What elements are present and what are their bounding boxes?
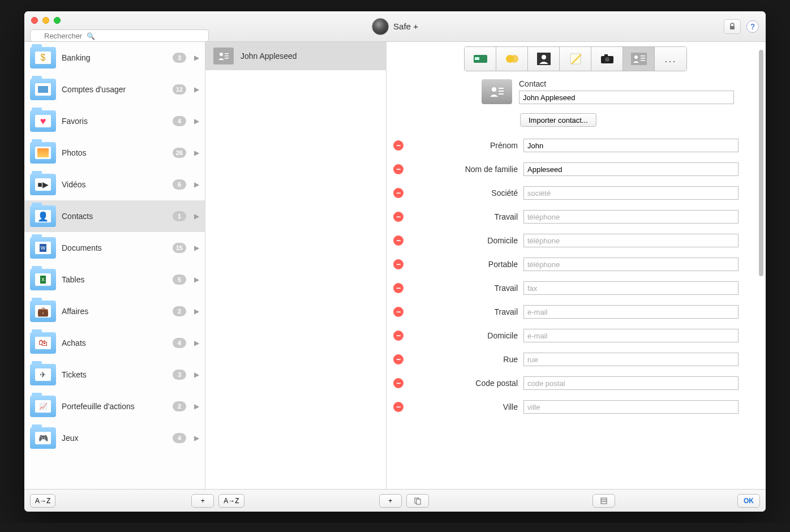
shopping-icon: 🛍	[35, 337, 51, 349]
sidebar-item-portefeuille-d-actions[interactable]: 📈Portefeuille d'actions2▶	[24, 391, 205, 422]
sidebar-item-banking[interactable]: $Banking3▶	[24, 42, 205, 74]
remove-field-button[interactable]: −	[393, 283, 403, 293]
copy-button[interactable]	[406, 494, 429, 508]
type-tab-camera[interactable]	[591, 47, 623, 71]
field-input[interactable]	[523, 139, 739, 152]
sidebar-item-contacts[interactable]: 👤Contacts1▶	[24, 200, 205, 232]
type-tab-more[interactable]: ...	[655, 47, 686, 71]
type-tab-contact[interactable]	[623, 47, 655, 71]
sort-categories-button[interactable]: A→Z	[30, 494, 55, 508]
sidebar-item-vid-os[interactable]: ■▶Vidéos6▶	[24, 169, 205, 200]
folder-icon: 🛍	[30, 332, 56, 354]
remove-field-button[interactable]: −	[393, 188, 403, 198]
field-input[interactable]	[523, 400, 739, 414]
help-button[interactable]: ?	[746, 20, 759, 33]
video-icon: ■▶	[35, 178, 51, 191]
remove-field-button[interactable]: −	[393, 354, 403, 364]
chevron-right-icon: ▶	[194, 402, 199, 410]
svg-rect-19	[641, 58, 645, 59]
field-input[interactable]	[523, 353, 739, 366]
remove-field-button[interactable]: −	[393, 378, 403, 388]
zoom-window-button[interactable]	[54, 17, 61, 24]
add-entry-button[interactable]: +	[379, 494, 402, 508]
count-badge: 12	[173, 84, 186, 95]
category-sidebar[interactable]: $Banking3▶Comptes d'usager12▶♥Favoris4▶P…	[24, 42, 205, 489]
svg-rect-3	[225, 55, 229, 57]
field-row: −Travail	[391, 205, 758, 229]
contact-icon	[482, 79, 512, 104]
close-window-button[interactable]	[31, 17, 38, 24]
detail-scrollbar[interactable]	[759, 50, 763, 489]
table-icon: X	[35, 273, 51, 286]
sidebar-item-photos[interactable]: Photos26▶	[24, 137, 205, 169]
type-tab-money[interactable]	[496, 47, 528, 71]
svg-point-21	[492, 87, 496, 92]
add-category-button[interactable]: +	[191, 494, 214, 508]
remove-field-button[interactable]: −	[393, 164, 403, 174]
field-input[interactable]	[523, 210, 739, 224]
sort-entries-button[interactable]: A→Z	[218, 494, 244, 508]
count-badge: 5	[173, 274, 186, 285]
chevron-right-icon: ▶	[194, 212, 199, 220]
field-input[interactable]	[523, 258, 739, 271]
folder-icon	[30, 79, 56, 100]
field-row: −Code postal	[391, 371, 758, 395]
field-input[interactable]	[523, 162, 739, 176]
field-input[interactable]	[523, 186, 739, 200]
type-tab-person[interactable]	[528, 47, 560, 71]
svg-rect-20	[641, 60, 645, 61]
entry-list[interactable]: John Appleseed	[205, 42, 387, 489]
sidebar-item-jeux[interactable]: 🎮Jeux4▶	[24, 422, 205, 454]
field-row: −Société	[391, 181, 758, 205]
sidebar-item-comptes-d-usager[interactable]: Comptes d'usager12▶	[24, 74, 205, 105]
remove-field-button[interactable]: −	[393, 235, 403, 246]
remove-field-button[interactable]: −	[393, 140, 403, 151]
field-input[interactable]	[523, 281, 739, 295]
remove-field-button[interactable]: −	[393, 402, 403, 412]
field-list: −Prénom−Nom de familie−Société−Travail−D…	[391, 134, 760, 489]
minimize-window-button[interactable]	[42, 17, 49, 24]
field-input[interactable]	[523, 329, 739, 342]
remove-field-button[interactable]: −	[393, 212, 403, 222]
entry-name-input[interactable]	[519, 91, 734, 104]
footer-toolbar: A→Z + A→Z + OK	[24, 489, 766, 512]
svg-rect-22	[499, 88, 504, 89]
svg-rect-0	[730, 26, 735, 29]
svg-rect-4	[225, 58, 229, 59]
sidebar-item-favoris[interactable]: ♥Favoris4▶	[24, 105, 205, 137]
card-icon	[473, 53, 488, 65]
field-row: −Ville	[391, 395, 758, 419]
field-row: −Nom de familie	[391, 157, 758, 181]
field-label: Travail	[409, 212, 518, 221]
search-input[interactable]	[30, 29, 209, 42]
type-tab-note[interactable]	[560, 47, 591, 71]
sidebar-item-tickets[interactable]: ✈Tickets3▶	[24, 359, 205, 391]
svg-rect-24	[499, 93, 504, 95]
import-contact-button[interactable]: Importer contact...	[520, 113, 596, 127]
sidebar-item-tables[interactable]: XTables5▶	[24, 264, 205, 295]
doc-icon: W	[35, 242, 51, 254]
entry-item[interactable]: John Appleseed	[205, 42, 386, 70]
field-row: −Rue	[391, 347, 758, 371]
chevron-right-icon: ▶	[194, 339, 199, 347]
field-input[interactable]	[523, 234, 739, 247]
lock-button[interactable]	[724, 19, 741, 34]
sidebar-item-affaires[interactable]: 💼Affaires2▶	[24, 295, 205, 327]
remove-field-button[interactable]: −	[393, 259, 403, 269]
remove-field-button[interactable]: −	[393, 307, 403, 317]
folder-icon: X	[30, 269, 56, 290]
chevron-right-icon: ▶	[194, 434, 199, 442]
field-input[interactable]	[523, 305, 739, 319]
folder-icon: ♥	[30, 110, 56, 132]
type-tab-card[interactable]	[465, 47, 496, 71]
sidebar-item-documents[interactable]: WDocuments15▶	[24, 232, 205, 264]
field-label: Travail	[409, 284, 518, 293]
remove-field-button[interactable]: −	[393, 331, 403, 341]
entry-label: John Appleseed	[241, 52, 297, 61]
sidebar-item-label: Affaires	[62, 307, 167, 316]
scrollbar-thumb[interactable]	[759, 50, 763, 276]
list-view-button[interactable]	[592, 494, 615, 508]
field-input[interactable]	[523, 376, 739, 390]
sidebar-item-achats[interactable]: 🛍Achats4▶	[24, 327, 205, 359]
ok-button[interactable]: OK	[737, 494, 760, 508]
